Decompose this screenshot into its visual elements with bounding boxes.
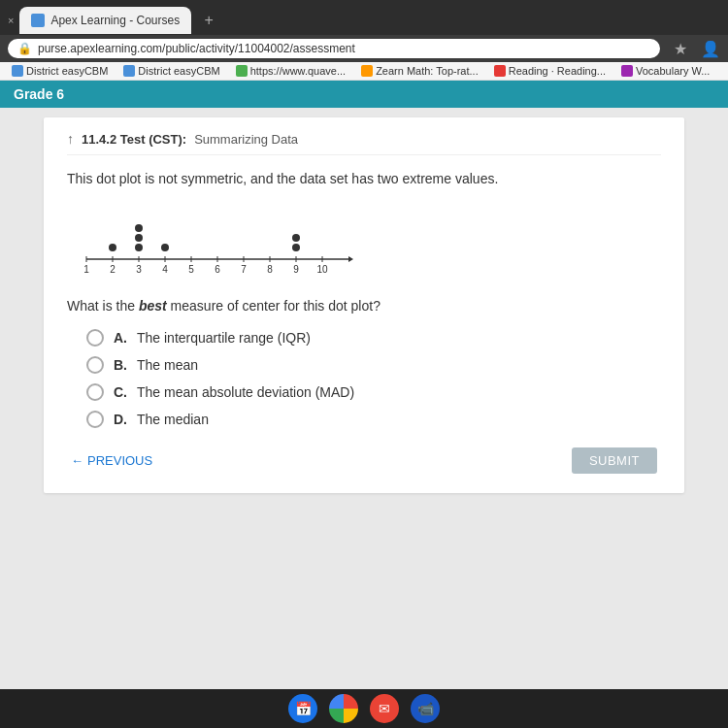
taskbar: 📅 ✉ 📹 bbox=[0, 689, 728, 728]
prev-label: PREVIOUS bbox=[87, 453, 152, 468]
bookmark-reading[interactable]: Reading · Reading... bbox=[490, 64, 610, 78]
svg-marker-1 bbox=[348, 256, 353, 262]
test-id: 11.4.2 Test (CST): bbox=[82, 132, 186, 147]
svg-point-22 bbox=[109, 244, 116, 251]
test-subtitle: Summarizing Data bbox=[194, 132, 298, 147]
tab-label: Apex Learning - Courses bbox=[50, 14, 180, 27]
svg-point-24 bbox=[135, 234, 143, 242]
letter-b: B. bbox=[114, 357, 127, 373]
svg-point-26 bbox=[161, 244, 169, 251]
taskbar-icon-meet[interactable]: 📹 bbox=[411, 694, 440, 723]
bookmark-icon bbox=[12, 65, 23, 77]
taskbar-icon-chrome[interactable] bbox=[329, 694, 358, 723]
bookmark-vocab[interactable]: Vocabulary W... bbox=[617, 64, 713, 78]
bookmark-label: Reading · Reading... bbox=[509, 65, 606, 77]
address-bar-row: 🔒 purse.apexlearning.com/public/activity… bbox=[0, 35, 728, 62]
svg-text:2: 2 bbox=[110, 264, 116, 275]
bottom-actions: ← PREVIOUS SUBMIT bbox=[67, 447, 661, 474]
radio-d[interactable] bbox=[86, 411, 104, 428]
content-card: ↑ 11.4.2 Test (CST): Summarizing Data Th… bbox=[44, 117, 684, 493]
answer-choice-a: A. The interquartile range (IQR) bbox=[86, 329, 661, 347]
svg-text:10: 10 bbox=[316, 264, 328, 275]
svg-text:5: 5 bbox=[188, 264, 194, 275]
submit-button[interactable]: SUBMIT bbox=[572, 447, 657, 474]
bookmark-label: Vocabulary W... bbox=[636, 65, 710, 77]
svg-text:7: 7 bbox=[241, 264, 247, 275]
answer-text-b: The mean bbox=[137, 357, 198, 373]
svg-point-23 bbox=[135, 244, 143, 251]
svg-point-25 bbox=[135, 224, 143, 232]
browser-chrome: × Apex Learning - Courses + 🔒 purse.apex… bbox=[0, 0, 728, 81]
answer-choice-d: D. The median bbox=[86, 411, 661, 428]
test-header: ↑ 11.4.2 Test (CST): Summarizing Data bbox=[67, 131, 661, 155]
grade-label: Grade 6 bbox=[14, 86, 64, 102]
question-text: This dot plot is not symmetric, and the … bbox=[67, 169, 661, 189]
svg-text:6: 6 bbox=[215, 264, 220, 275]
new-tab-button[interactable]: + bbox=[197, 9, 220, 32]
bookmark-icon bbox=[361, 65, 373, 77]
bookmark-icon bbox=[494, 65, 506, 77]
svg-point-28 bbox=[292, 234, 300, 242]
bookmark-star-icon[interactable]: ★ bbox=[674, 40, 687, 58]
address-bar[interactable]: 🔒 purse.apexlearning.com/public/activity… bbox=[8, 39, 660, 58]
active-tab[interactable]: Apex Learning - Courses bbox=[19, 7, 191, 34]
answer-text-a: The interquartile range (IQR) bbox=[137, 330, 311, 346]
radio-a[interactable] bbox=[86, 329, 104, 347]
bookmark-icon bbox=[236, 65, 248, 77]
bookmarks-bar: District easyCBM District easyCBM https:… bbox=[0, 62, 728, 81]
letter-c: C. bbox=[114, 384, 127, 400]
dot-plot-svg: 1 2 3 4 5 6 7 8 9 bbox=[77, 203, 368, 281]
bookmark-quave[interactable]: https://www.quave... bbox=[232, 64, 349, 78]
dot-plot-container: 1 2 3 4 5 6 7 8 9 bbox=[77, 203, 661, 281]
tab-close-button[interactable]: × bbox=[8, 15, 14, 26]
grade-bar: Grade 6 bbox=[0, 81, 728, 108]
svg-text:1: 1 bbox=[83, 264, 89, 275]
bookmark-district1[interactable]: District easyCBM bbox=[8, 64, 112, 78]
radio-b[interactable] bbox=[86, 356, 104, 374]
bookmark-icon bbox=[621, 65, 633, 77]
bookmark-icon bbox=[123, 65, 135, 77]
tab-bar: × Apex Learning - Courses + bbox=[0, 0, 728, 35]
previous-button[interactable]: ← PREVIOUS bbox=[71, 453, 152, 468]
answer-text-d: The median bbox=[137, 412, 209, 427]
question-prompt: What is the best measure of center for t… bbox=[67, 298, 661, 314]
answer-choices: A. The interquartile range (IQR) B. The … bbox=[86, 329, 661, 428]
bookmark-district2[interactable]: District easyCBM bbox=[119, 64, 223, 78]
lock-icon: 🔒 bbox=[17, 42, 32, 55]
bookmark-label: Zearn Math: Top-rat... bbox=[376, 65, 479, 77]
prev-arrow-icon: ← bbox=[71, 453, 83, 468]
svg-text:8: 8 bbox=[267, 264, 273, 275]
svg-text:9: 9 bbox=[293, 264, 299, 275]
radio-c[interactable] bbox=[86, 383, 104, 401]
taskbar-icon-calendar[interactable]: 📅 bbox=[288, 694, 317, 723]
bookmark-zearn[interactable]: Zearn Math: Top-rat... bbox=[357, 64, 482, 78]
answer-choice-c: C. The mean absolute deviation (MAD) bbox=[86, 383, 661, 401]
taskbar-icon-gmail[interactable]: ✉ bbox=[370, 694, 399, 723]
bookmark-label: District easyCBM bbox=[138, 65, 219, 77]
upload-icon: ↑ bbox=[67, 131, 74, 147]
answer-text-c: The mean absolute deviation (MAD) bbox=[137, 384, 354, 400]
profile-icon[interactable]: 👤 bbox=[701, 40, 720, 58]
svg-text:4: 4 bbox=[162, 264, 168, 275]
bookmark-label: District easyCBM bbox=[26, 65, 108, 77]
answer-choice-b: B. The mean bbox=[86, 356, 661, 374]
svg-text:3: 3 bbox=[136, 264, 142, 275]
main-content: ↑ 11.4.2 Test (CST): Summarizing Data Th… bbox=[0, 108, 728, 721]
svg-point-27 bbox=[292, 244, 300, 251]
tab-favicon bbox=[31, 14, 45, 27]
bookmark-label: https://www.quave... bbox=[250, 65, 346, 77]
address-text: purse.apexlearning.com/public/activity/1… bbox=[38, 42, 355, 55]
letter-a: A. bbox=[114, 330, 127, 346]
letter-d: D. bbox=[114, 412, 127, 427]
